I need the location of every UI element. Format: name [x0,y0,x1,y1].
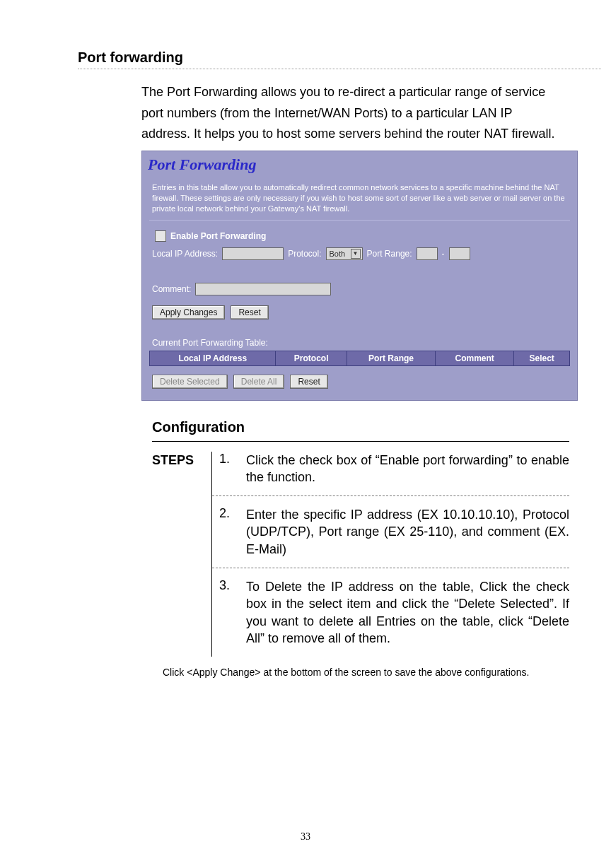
list-item: 2. Enter the specific IP address (EX 10.… [212,496,569,568]
port-forwarding-panel: Port Forwarding Entries in this table al… [141,151,578,401]
col-protocol: Protocol [276,351,347,365]
ip-label: Local IP Address: [152,249,218,259]
reset-button[interactable]: Reset [231,305,268,319]
configuration-rule [152,441,569,442]
configuration-heading: Configuration [152,419,583,435]
comment-label: Comment: [152,284,191,294]
steps-label: STEPS [152,452,212,657]
footnote: Click <Apply Change> at the bottom of th… [163,667,554,678]
port-from-input[interactable] [417,247,438,260]
table-header-row: Local IP Address Protocol Port Range Com… [150,351,570,365]
step-text: To Delete the IP address on the table, C… [246,578,569,647]
delete-all-button[interactable]: Delete All [233,375,285,389]
section-rule [78,69,601,69]
comment-input[interactable] [195,283,331,295]
protocol-label: Protocol: [288,249,321,259]
apply-changes-button[interactable]: Apply Changes [152,305,225,319]
port-to-input[interactable] [449,247,470,260]
panel-description: Entries in this table allow you to autom… [142,178,577,220]
delete-selected-button[interactable]: Delete Selected [152,375,228,389]
enable-label: Enable Port Forwarding [170,231,266,241]
step-number: 2. [219,506,246,558]
port-forwarding-table: Local IP Address Protocol Port Range Com… [149,351,570,366]
step-number: 1. [219,452,246,486]
section-intro: The Port Forwarding allows you to re-dir… [141,82,561,145]
reset-table-button[interactable]: Reset [290,375,327,389]
steps-list: 1. Click the check box of “Enable port f… [212,452,569,657]
ip-input[interactable] [222,247,284,260]
portrange-label: Port Range: [367,249,412,259]
chevron-down-icon: ▼ [351,249,361,259]
col-range: Port Range [347,351,435,365]
panel-heading: Port Forwarding [142,151,577,178]
protocol-select[interactable]: Both ▼ [326,247,363,260]
step-text: Enter the specific IP address (EX 10.10.… [246,506,569,558]
col-comment: Comment [436,351,514,365]
enable-checkbox[interactable] [155,230,166,242]
step-number: 3. [219,578,246,647]
step-text: Click the check box of “Enable port forw… [246,452,569,486]
page-number: 33 [0,831,611,843]
list-item: 3. To Delete the IP address on the table… [212,568,569,657]
col-select: Select [514,351,570,365]
col-ip: Local IP Address [150,351,276,365]
section-title: Port forwarding [78,49,583,66]
table-title: Current Port Forwarding Table: [142,322,577,351]
list-item: 1. Click the check box of “Enable port f… [212,452,569,497]
portrange-sep: - [442,249,445,259]
protocol-value: Both [330,250,346,258]
